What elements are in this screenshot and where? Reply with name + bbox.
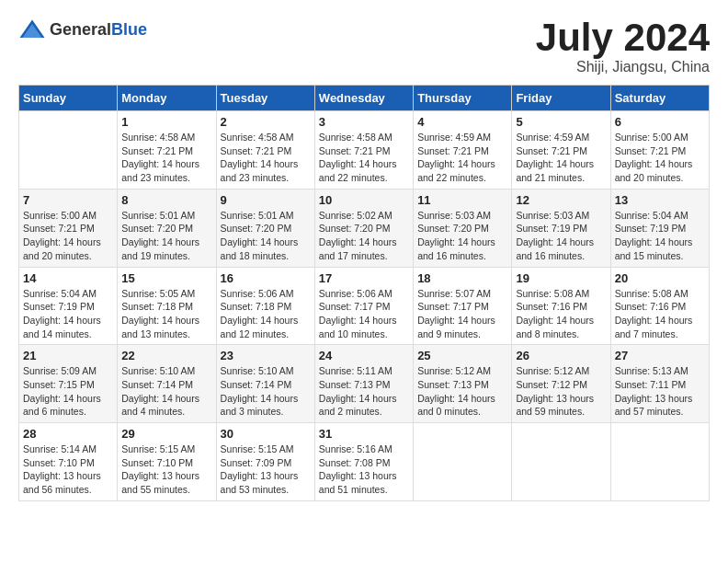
calendar-cell [414, 423, 512, 501]
calendar-cell: 5Sunrise: 4:59 AM Sunset: 7:21 PM Daylig… [512, 111, 610, 190]
day-info: Sunrise: 5:08 AM Sunset: 7:16 PM Dayligh… [516, 287, 606, 341]
day-number: 1 [121, 115, 211, 129]
day-number: 4 [417, 115, 507, 129]
day-info: Sunrise: 5:01 AM Sunset: 7:20 PM Dayligh… [221, 209, 311, 263]
day-info: Sunrise: 5:08 AM Sunset: 7:16 PM Dayligh… [615, 287, 705, 341]
day-info: Sunrise: 5:06 AM Sunset: 7:17 PM Dayligh… [319, 287, 409, 341]
calendar-cell: 25Sunrise: 5:12 AM Sunset: 7:13 PM Dayli… [414, 345, 512, 423]
calendar-table: SundayMondayTuesdayWednesdayThursdayFrid… [18, 85, 710, 501]
calendar-cell: 26Sunrise: 5:12 AM Sunset: 7:12 PM Dayli… [512, 345, 610, 423]
calendar-cell: 4Sunrise: 4:59 AM Sunset: 7:21 PM Daylig… [414, 111, 512, 190]
calendar-cell: 19Sunrise: 5:08 AM Sunset: 7:16 PM Dayli… [512, 267, 610, 345]
day-info: Sunrise: 5:04 AM Sunset: 7:19 PM Dayligh… [23, 287, 113, 341]
day-info: Sunrise: 5:11 AM Sunset: 7:13 PM Dayligh… [319, 364, 409, 419]
day-info: Sunrise: 4:58 AM Sunset: 7:21 PM Dayligh… [121, 131, 211, 185]
calendar-cell: 3Sunrise: 4:58 AM Sunset: 7:21 PM Daylig… [314, 111, 413, 190]
calendar-cell: 8Sunrise: 5:01 AM Sunset: 7:20 PM Daylig… [118, 189, 216, 267]
day-info: Sunrise: 5:04 AM Sunset: 7:19 PM Dayligh… [615, 209, 705, 263]
day-number: 14 [23, 271, 113, 285]
day-header-saturday: Saturday [610, 86, 709, 111]
day-number: 6 [615, 115, 705, 129]
calendar-cell: 7Sunrise: 5:00 AM Sunset: 7:21 PM Daylig… [19, 189, 118, 267]
day-number: 7 [23, 193, 113, 207]
day-number: 17 [319, 271, 409, 285]
day-number: 27 [615, 349, 705, 362]
day-header-wednesday: Wednesday [314, 86, 413, 111]
day-number: 3 [319, 115, 409, 129]
calendar-cell [19, 111, 118, 190]
calendar-cell: 28Sunrise: 5:14 AM Sunset: 7:10 PM Dayli… [19, 423, 118, 501]
day-number: 13 [615, 193, 705, 207]
calendar-cell: 12Sunrise: 5:03 AM Sunset: 7:19 PM Dayli… [512, 189, 610, 267]
calendar-cell: 14Sunrise: 5:04 AM Sunset: 7:19 PM Dayli… [19, 267, 118, 345]
day-number: 31 [319, 427, 409, 441]
day-info: Sunrise: 5:15 AM Sunset: 7:10 PM Dayligh… [121, 442, 211, 497]
day-info: Sunrise: 5:01 AM Sunset: 7:20 PM Dayligh… [121, 209, 211, 263]
day-number: 21 [23, 349, 113, 362]
header-row: SundayMondayTuesdayWednesdayThursdayFrid… [19, 86, 710, 111]
day-number: 11 [417, 193, 507, 207]
calendar-cell: 6Sunrise: 5:00 AM Sunset: 7:21 PM Daylig… [610, 111, 709, 190]
location-subtitle: Shiji, Jiangsu, China [536, 59, 710, 75]
day-number: 30 [221, 427, 311, 441]
day-number: 18 [417, 271, 507, 285]
calendar-cell: 18Sunrise: 5:07 AM Sunset: 7:17 PM Dayli… [414, 267, 512, 345]
day-info: Sunrise: 4:59 AM Sunset: 7:21 PM Dayligh… [516, 131, 606, 185]
calendar-cell: 23Sunrise: 5:10 AM Sunset: 7:14 PM Dayli… [216, 345, 314, 423]
day-info: Sunrise: 5:12 AM Sunset: 7:12 PM Dayligh… [516, 364, 606, 419]
logo-blue: Blue [111, 20, 147, 39]
day-number: 25 [417, 349, 507, 362]
day-number: 24 [319, 349, 409, 362]
calendar-cell: 21Sunrise: 5:09 AM Sunset: 7:15 PM Dayli… [19, 345, 118, 423]
day-info: Sunrise: 4:59 AM Sunset: 7:21 PM Dayligh… [417, 131, 507, 185]
day-number: 8 [121, 193, 211, 207]
calendar-cell: 27Sunrise: 5:13 AM Sunset: 7:11 PM Dayli… [610, 345, 709, 423]
calendar-cell: 17Sunrise: 5:06 AM Sunset: 7:17 PM Dayli… [314, 267, 413, 345]
day-number: 28 [23, 427, 113, 441]
day-number: 29 [121, 427, 211, 441]
calendar-cell: 22Sunrise: 5:10 AM Sunset: 7:14 PM Dayli… [118, 345, 216, 423]
day-number: 23 [221, 349, 311, 362]
calendar-cell: 24Sunrise: 5:11 AM Sunset: 7:13 PM Dayli… [314, 345, 413, 423]
day-header-sunday: Sunday [19, 86, 118, 111]
calendar-cell: 9Sunrise: 5:01 AM Sunset: 7:20 PM Daylig… [216, 189, 314, 267]
calendar-cell [610, 423, 709, 501]
day-header-tuesday: Tuesday [216, 86, 314, 111]
day-info: Sunrise: 5:10 AM Sunset: 7:14 PM Dayligh… [221, 364, 311, 419]
day-info: Sunrise: 4:58 AM Sunset: 7:21 PM Dayligh… [319, 131, 409, 185]
logo-icon [18, 18, 46, 40]
day-info: Sunrise: 5:03 AM Sunset: 7:19 PM Dayligh… [516, 209, 606, 263]
day-info: Sunrise: 5:00 AM Sunset: 7:21 PM Dayligh… [23, 209, 113, 263]
day-number: 10 [319, 193, 409, 207]
week-row-3: 14Sunrise: 5:04 AM Sunset: 7:19 PM Dayli… [19, 267, 710, 345]
calendar-cell: 10Sunrise: 5:02 AM Sunset: 7:20 PM Dayli… [314, 189, 413, 267]
day-number: 16 [221, 271, 311, 285]
page-header: GeneralBlue July 2024 Shiji, Jiangsu, Ch… [18, 18, 710, 75]
week-row-5: 28Sunrise: 5:14 AM Sunset: 7:10 PM Dayli… [19, 423, 710, 501]
calendar-cell: 29Sunrise: 5:15 AM Sunset: 7:10 PM Dayli… [118, 423, 216, 501]
day-info: Sunrise: 4:58 AM Sunset: 7:21 PM Dayligh… [221, 131, 311, 185]
day-info: Sunrise: 5:05 AM Sunset: 7:18 PM Dayligh… [121, 287, 211, 341]
day-info: Sunrise: 5:13 AM Sunset: 7:11 PM Dayligh… [615, 364, 705, 419]
month-title: July 2024 [536, 18, 710, 57]
day-number: 2 [221, 115, 311, 129]
day-info: Sunrise: 5:06 AM Sunset: 7:18 PM Dayligh… [221, 287, 311, 341]
title-area: July 2024 Shiji, Jiangsu, China [536, 18, 710, 75]
week-row-1: 1Sunrise: 4:58 AM Sunset: 7:21 PM Daylig… [19, 111, 710, 190]
day-number: 5 [516, 115, 606, 129]
day-info: Sunrise: 5:15 AM Sunset: 7:09 PM Dayligh… [221, 442, 311, 497]
day-info: Sunrise: 5:16 AM Sunset: 7:08 PM Dayligh… [319, 442, 409, 497]
day-number: 12 [516, 193, 606, 207]
day-number: 20 [615, 271, 705, 285]
day-number: 26 [516, 349, 606, 362]
calendar-cell: 11Sunrise: 5:03 AM Sunset: 7:20 PM Dayli… [414, 189, 512, 267]
day-number: 19 [516, 271, 606, 285]
day-info: Sunrise: 5:07 AM Sunset: 7:17 PM Dayligh… [417, 287, 507, 341]
day-number: 22 [121, 349, 211, 362]
calendar-cell: 15Sunrise: 5:05 AM Sunset: 7:18 PM Dayli… [118, 267, 216, 345]
calendar-cell: 30Sunrise: 5:15 AM Sunset: 7:09 PM Dayli… [216, 423, 314, 501]
day-number: 15 [121, 271, 211, 285]
logo: GeneralBlue [18, 18, 147, 40]
week-row-2: 7Sunrise: 5:00 AM Sunset: 7:21 PM Daylig… [19, 189, 710, 267]
day-info: Sunrise: 5:00 AM Sunset: 7:21 PM Dayligh… [615, 131, 705, 185]
